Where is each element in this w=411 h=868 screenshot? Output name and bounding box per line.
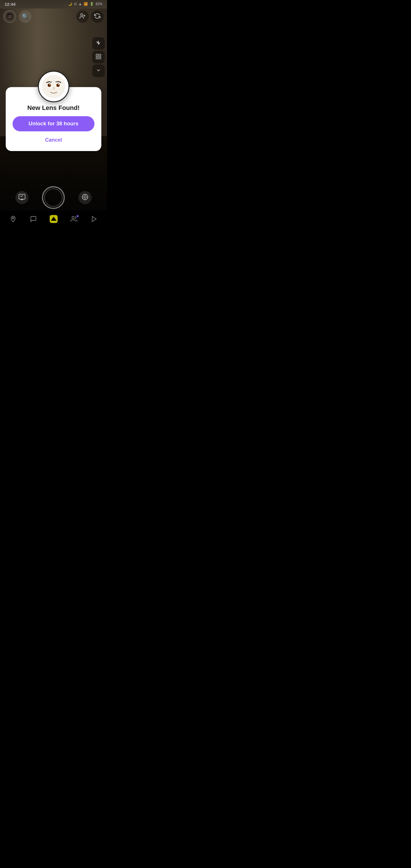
svg-point-15	[49, 84, 50, 85]
lens-face-svg	[41, 74, 66, 99]
svg-point-8	[42, 75, 65, 98]
svg-point-16	[58, 84, 59, 85]
unlock-button[interactable]: Unlock for 38 hours	[12, 116, 94, 131]
modal-title: New Lens Found!	[27, 104, 80, 112]
lens-icon	[38, 71, 69, 102]
cancel-button[interactable]: Cancel	[45, 136, 62, 144]
